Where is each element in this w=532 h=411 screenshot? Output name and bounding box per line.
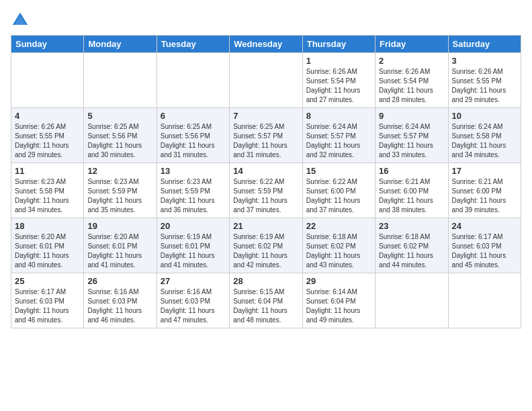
cell-info: Sunrise: 6:19 AM Sunset: 6:02 PM Dayligh… — [233, 232, 298, 270]
calendar-cell: 5Sunrise: 6:25 AM Sunset: 5:56 PM Daylig… — [84, 108, 157, 163]
day-number: 28 — [233, 276, 298, 286]
day-number: 13 — [161, 166, 226, 176]
cell-info: Sunrise: 6:21 AM Sunset: 6:00 PM Dayligh… — [452, 177, 517, 215]
day-number: 21 — [233, 221, 298, 231]
cell-info: Sunrise: 6:17 AM Sunset: 6:03 PM Dayligh… — [15, 287, 80, 325]
calendar-cell: 25Sunrise: 6:17 AM Sunset: 6:03 PM Dayli… — [11, 273, 84, 328]
week-row-4: 18Sunrise: 6:20 AM Sunset: 6:01 PM Dayli… — [11, 218, 521, 273]
cell-info: Sunrise: 6:21 AM Sunset: 6:00 PM Dayligh… — [379, 177, 444, 215]
day-number: 2 — [379, 56, 444, 66]
day-number: 15 — [306, 166, 371, 176]
cell-info: Sunrise: 6:24 AM Sunset: 5:58 PM Dayligh… — [452, 122, 517, 160]
calendar-cell — [230, 53, 302, 108]
day-number: 5 — [87, 111, 152, 121]
cell-info: Sunrise: 6:23 AM Sunset: 5:59 PM Dayligh… — [161, 177, 226, 215]
calendar-cell: 14Sunrise: 6:22 AM Sunset: 5:59 PM Dayli… — [230, 163, 302, 218]
day-number: 7 — [233, 111, 298, 121]
day-header-wednesday: Wednesday — [230, 36, 302, 53]
cell-info: Sunrise: 6:18 AM Sunset: 6:02 PM Dayligh… — [379, 232, 444, 270]
day-number: 20 — [161, 221, 226, 231]
calendar-cell: 7Sunrise: 6:25 AM Sunset: 5:57 PM Daylig… — [230, 108, 302, 163]
day-number: 8 — [306, 111, 371, 121]
calendar-cell: 21Sunrise: 6:19 AM Sunset: 6:02 PM Dayli… — [230, 218, 302, 273]
header-row: SundayMondayTuesdayWednesdayThursdayFrid… — [11, 36, 521, 53]
calendar-cell: 17Sunrise: 6:21 AM Sunset: 6:00 PM Dayli… — [448, 163, 521, 218]
calendar-cell — [84, 53, 157, 108]
header — [11, 11, 521, 30]
calendar-cell: 9Sunrise: 6:24 AM Sunset: 5:57 PM Daylig… — [375, 108, 448, 163]
week-row-3: 11Sunrise: 6:23 AM Sunset: 5:58 PM Dayli… — [11, 163, 521, 218]
day-number: 14 — [233, 166, 298, 176]
calendar-cell: 22Sunrise: 6:18 AM Sunset: 6:02 PM Dayli… — [302, 218, 375, 273]
cell-info: Sunrise: 6:14 AM Sunset: 6:04 PM Dayligh… — [306, 287, 371, 325]
day-number: 23 — [379, 221, 444, 231]
cell-info: Sunrise: 6:19 AM Sunset: 6:01 PM Dayligh… — [161, 232, 226, 270]
day-number: 1 — [306, 56, 371, 66]
calendar-cell: 2Sunrise: 6:26 AM Sunset: 5:54 PM Daylig… — [375, 53, 448, 108]
cell-info: Sunrise: 6:26 AM Sunset: 5:55 PM Dayligh… — [452, 67, 517, 105]
calendar-cell: 11Sunrise: 6:23 AM Sunset: 5:58 PM Dayli… — [11, 163, 84, 218]
day-header-tuesday: Tuesday — [157, 36, 229, 53]
calendar-cell — [11, 53, 84, 108]
cell-info: Sunrise: 6:20 AM Sunset: 6:01 PM Dayligh… — [87, 232, 152, 270]
day-header-thursday: Thursday — [302, 36, 375, 53]
calendar-cell: 27Sunrise: 6:16 AM Sunset: 6:03 PM Dayli… — [157, 273, 229, 328]
cell-info: Sunrise: 6:17 AM Sunset: 6:03 PM Dayligh… — [452, 232, 517, 270]
cell-info: Sunrise: 6:22 AM Sunset: 5:59 PM Dayligh… — [233, 177, 298, 215]
day-number: 10 — [452, 111, 517, 121]
cell-info: Sunrise: 6:25 AM Sunset: 5:56 PM Dayligh… — [87, 122, 152, 160]
cell-info: Sunrise: 6:16 AM Sunset: 6:03 PM Dayligh… — [87, 287, 152, 325]
calendar-cell: 10Sunrise: 6:24 AM Sunset: 5:58 PM Dayli… — [448, 108, 521, 163]
cell-info: Sunrise: 6:25 AM Sunset: 5:57 PM Dayligh… — [233, 122, 298, 160]
calendar-cell: 26Sunrise: 6:16 AM Sunset: 6:03 PM Dayli… — [84, 273, 157, 328]
cell-info: Sunrise: 6:16 AM Sunset: 6:03 PM Dayligh… — [161, 287, 226, 325]
calendar-cell: 13Sunrise: 6:23 AM Sunset: 5:59 PM Dayli… — [157, 163, 229, 218]
calendar-cell — [157, 53, 229, 108]
day-number: 24 — [452, 221, 517, 231]
calendar-cell: 12Sunrise: 6:23 AM Sunset: 5:59 PM Dayli… — [84, 163, 157, 218]
logo-icon — [11, 11, 30, 30]
day-number: 11 — [15, 166, 80, 176]
calendar-cell: 28Sunrise: 6:15 AM Sunset: 6:04 PM Dayli… — [230, 273, 302, 328]
day-number: 16 — [379, 166, 444, 176]
week-row-1: 1Sunrise: 6:26 AM Sunset: 5:54 PM Daylig… — [11, 53, 521, 108]
cell-info: Sunrise: 6:20 AM Sunset: 6:01 PM Dayligh… — [15, 232, 80, 270]
calendar-cell: 18Sunrise: 6:20 AM Sunset: 6:01 PM Dayli… — [11, 218, 84, 273]
calendar-cell: 23Sunrise: 6:18 AM Sunset: 6:02 PM Dayli… — [375, 218, 448, 273]
cell-info: Sunrise: 6:26 AM Sunset: 5:54 PM Dayligh… — [379, 67, 444, 105]
day-number: 12 — [87, 166, 152, 176]
day-number: 17 — [452, 166, 517, 176]
cell-info: Sunrise: 6:26 AM Sunset: 5:54 PM Dayligh… — [306, 67, 371, 105]
calendar-cell: 20Sunrise: 6:19 AM Sunset: 6:01 PM Dayli… — [157, 218, 229, 273]
calendar-cell: 8Sunrise: 6:24 AM Sunset: 5:57 PM Daylig… — [302, 108, 375, 163]
cell-info: Sunrise: 6:25 AM Sunset: 5:56 PM Dayligh… — [161, 122, 226, 160]
cell-info: Sunrise: 6:24 AM Sunset: 5:57 PM Dayligh… — [306, 122, 371, 160]
day-number: 4 — [15, 111, 80, 121]
day-number: 6 — [161, 111, 226, 121]
day-header-sunday: Sunday — [11, 36, 84, 53]
day-number: 19 — [87, 221, 152, 231]
day-number: 25 — [15, 276, 80, 286]
day-number: 9 — [379, 111, 444, 121]
cell-info: Sunrise: 6:24 AM Sunset: 5:57 PM Dayligh… — [379, 122, 444, 160]
calendar-cell — [448, 273, 521, 328]
cell-info: Sunrise: 6:23 AM Sunset: 5:59 PM Dayligh… — [87, 177, 152, 215]
calendar-cell — [375, 273, 448, 328]
cell-info: Sunrise: 6:18 AM Sunset: 6:02 PM Dayligh… — [306, 232, 371, 270]
day-header-monday: Monday — [84, 36, 157, 53]
cell-info: Sunrise: 6:22 AM Sunset: 6:00 PM Dayligh… — [306, 177, 371, 215]
calendar-cell: 1Sunrise: 6:26 AM Sunset: 5:54 PM Daylig… — [302, 53, 375, 108]
day-number: 29 — [306, 276, 371, 286]
calendar-cell: 4Sunrise: 6:26 AM Sunset: 5:55 PM Daylig… — [11, 108, 84, 163]
day-number: 26 — [87, 276, 152, 286]
calendar-cell: 3Sunrise: 6:26 AM Sunset: 5:55 PM Daylig… — [448, 53, 521, 108]
cell-info: Sunrise: 6:23 AM Sunset: 5:58 PM Dayligh… — [15, 177, 80, 215]
day-number: 18 — [15, 221, 80, 231]
calendar-cell: 24Sunrise: 6:17 AM Sunset: 6:03 PM Dayli… — [448, 218, 521, 273]
calendar-table: SundayMondayTuesdayWednesdayThursdayFrid… — [11, 35, 521, 328]
calendar-cell: 19Sunrise: 6:20 AM Sunset: 6:01 PM Dayli… — [84, 218, 157, 273]
calendar-cell: 16Sunrise: 6:21 AM Sunset: 6:00 PM Dayli… — [375, 163, 448, 218]
day-header-saturday: Saturday — [448, 36, 521, 53]
cell-info: Sunrise: 6:26 AM Sunset: 5:55 PM Dayligh… — [15, 122, 80, 160]
calendar-cell: 29Sunrise: 6:14 AM Sunset: 6:04 PM Dayli… — [302, 273, 375, 328]
